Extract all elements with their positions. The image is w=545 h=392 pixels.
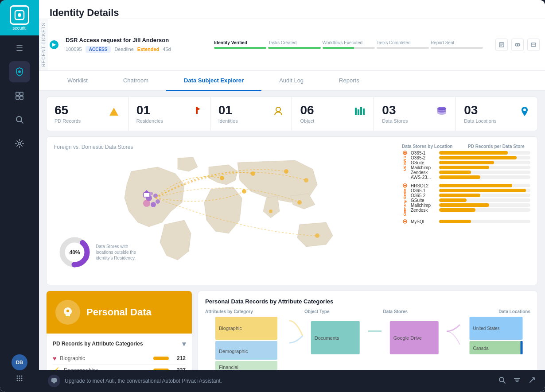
location-row: Mailchimp [411, 165, 530, 170]
stat-identities: 01 Identities [210, 97, 292, 131]
svg-line-80 [503, 381, 505, 383]
location-row: GSuite [411, 160, 530, 165]
search-action-icon[interactable] [498, 376, 506, 386]
svg-rect-78 [51, 378, 57, 382]
apps-icon[interactable] [15, 374, 24, 385]
map-section: Foreign vs. Domestic Data Stores [46, 136, 538, 285]
svg-point-12 [21, 376, 23, 377]
col-header-stores: Data Stores [383, 309, 445, 314]
progress-steps-section: Identity Verified Tasks Created Workflow… [207, 36, 490, 53]
sidebar-bottom: DB [12, 354, 27, 392]
pd-section-header: PD Records by Attribute Categories ▾ [53, 340, 186, 348]
map-right-panel: Data Stores by Location PD Records per D… [402, 144, 530, 278]
chart-connectors [289, 309, 303, 370]
pd-chart-card: Personal Data Records by Attribute Categ… [198, 291, 538, 370]
ticket-card: DSR Access request for Jill Anderson 100… [58, 32, 207, 57]
identities-icon [273, 106, 284, 119]
stat-label-pd: PD Records [54, 118, 103, 124]
stat-label-stores: Data Stores [382, 118, 432, 124]
action-icon-2[interactable] [511, 39, 524, 51]
chart-connectors-3 [447, 309, 460, 370]
svg-text:Demographic: Demographic [219, 349, 248, 354]
stat-number-identities: 01 [218, 104, 269, 116]
demographics-icon: ⚡ [53, 367, 60, 370]
svg-point-11 [19, 376, 20, 377]
mysql-rows: MySQL [411, 219, 530, 224]
svg-point-30 [276, 107, 280, 112]
svg-point-14 [19, 378, 20, 379]
stat-number-stores: 03 [382, 104, 432, 116]
pd-body: PD Records by Attribute Categories ▾ ♥ B… [47, 334, 192, 370]
svg-point-62 [66, 310, 69, 312]
location-group-germany: Germany, Berlin HRSQL2 O365-1 O365-2 GSu… [402, 183, 530, 216]
svg-marker-29 [196, 107, 200, 111]
svg-point-17 [19, 380, 20, 381]
col-header-pd-records: PD Records per Data Store [468, 144, 530, 149]
tab-data-subject-explorer[interactable]: Data Subject Explorer [166, 71, 261, 91]
ticket-actions [490, 34, 545, 55]
hamburger-menu[interactable]: ☰ [16, 43, 23, 53]
tab-reports[interactable]: Reports [321, 71, 377, 91]
svg-line-8 [21, 121, 23, 124]
col-header-attributes: Attributes by Category [205, 309, 288, 314]
sidebar: securiti ☰ [0, 0, 39, 392]
step-workflows-executed: Workflows Executed [323, 40, 362, 45]
svg-rect-33 [360, 107, 362, 115]
tab-worklist[interactable]: Worklist [50, 71, 105, 91]
location-group-mysql: MySQL [402, 219, 530, 224]
deadline-status: Extended [137, 47, 160, 52]
pd-chevron-icon[interactable]: ▾ [182, 340, 186, 348]
ticket-type-badge: ACCESS [86, 46, 111, 53]
tabs-section: Worklist Chatroom Data Subject Explorer … [39, 71, 545, 91]
step-tasks-created: Tasks Created [268, 40, 296, 45]
svg-rect-43 [144, 193, 150, 197]
biographic-bar [153, 357, 169, 360]
svg-point-39 [156, 199, 160, 204]
svg-point-57 [404, 152, 406, 154]
chart-col-stores: Data Stores Google Drive [382, 309, 447, 370]
tab-chatroom[interactable]: Chatroom [105, 71, 166, 91]
action-icon-1[interactable] [495, 39, 508, 51]
location-row: Mailchimp [411, 203, 530, 208]
svg-text:United States: United States [473, 326, 500, 331]
header: Identity Details [39, 0, 545, 19]
chart-columns: Attributes by Category Biographic Demogr… [205, 309, 530, 370]
pd-title: Personal Data [86, 307, 152, 318]
sidebar-item-dashboard[interactable] [9, 85, 30, 106]
location-row: O365-1 [411, 188, 530, 193]
expand-action-icon[interactable] [528, 376, 536, 386]
sidebar-item-search[interactable] [9, 109, 30, 130]
pd-row-biographic: ♥ Biographic 212 [53, 353, 186, 365]
svg-text:Biographic: Biographic [219, 326, 242, 331]
step-tasks-completed: Tasks Completed [377, 40, 411, 45]
svg-rect-31 [355, 108, 357, 115]
svg-point-9 [18, 142, 21, 145]
chart-col-locations: Data Locations United States Canada [460, 309, 530, 370]
location-row: O365-2 [411, 155, 530, 160]
svg-point-40 [143, 200, 150, 207]
user-avatar[interactable]: DB [12, 354, 27, 370]
action-icon-3[interactable] [527, 39, 540, 51]
svg-point-46 [251, 171, 255, 176]
sidebar-item-security[interactable] [9, 61, 30, 82]
filter-action-icon[interactable] [513, 376, 521, 386]
pd-icon [55, 300, 80, 325]
sidebar-item-settings[interactable] [9, 133, 30, 154]
data-locations-icon [520, 106, 529, 120]
collapse-button[interactable]: ▶ [50, 40, 58, 49]
svg-text:Google Drive: Google Drive [393, 335, 421, 341]
bottom-bar: Upgrade to meet Auti, the conversational… [39, 370, 545, 392]
svg-point-49 [297, 200, 302, 205]
stat-data-locations: 03 Data Locations [456, 97, 537, 131]
location-row: AWS-23... [411, 175, 530, 180]
chart-col-attributes: Attributes by Category Biographic Demogr… [205, 309, 289, 370]
svg-text:Documents: Documents [315, 335, 339, 341]
svg-point-52 [269, 210, 272, 213]
tab-audit-log[interactable]: Audit Log [261, 71, 321, 91]
svg-text:Financial: Financial [219, 365, 238, 370]
col-header-data-locations: Data Locations [462, 309, 530, 314]
scroll-content: 65 PD Records 01 Residencies [39, 91, 545, 370]
app-logo [10, 5, 29, 25]
svg-text:40%: 40% [69, 249, 80, 256]
stat-label-identities: Identities [218, 118, 269, 124]
